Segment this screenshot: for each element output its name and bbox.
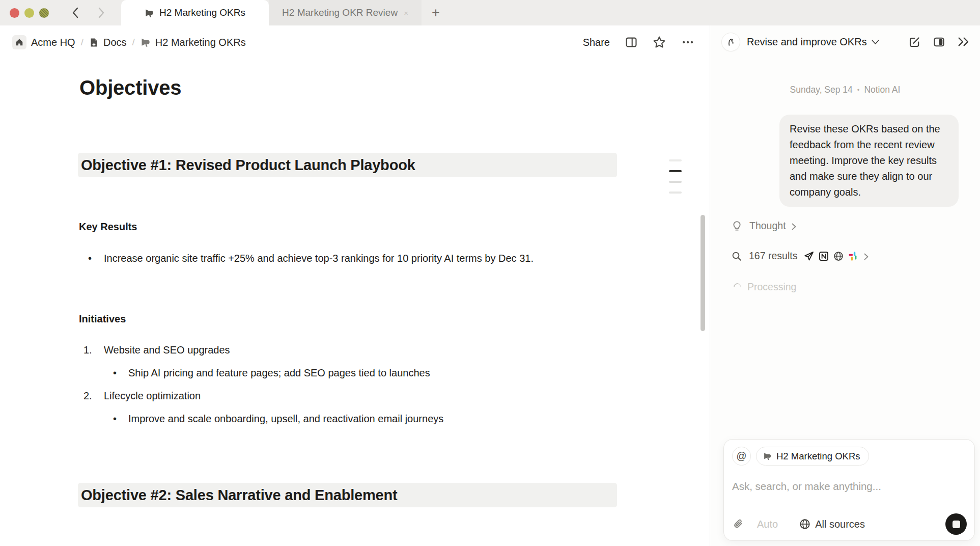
window-tab-bar: H2 Marketing OKRs H2 Marketing OKR Revie… bbox=[0, 0, 980, 25]
lightbulb-icon bbox=[732, 221, 742, 231]
megaphone-icon bbox=[141, 37, 151, 47]
sub-bullet-text: Improve and scale onboarding, upsell, an… bbox=[128, 410, 443, 428]
results-count-label: 167 results bbox=[749, 250, 797, 262]
globe-icon bbox=[833, 251, 844, 261]
stop-icon bbox=[953, 521, 960, 528]
megaphone-icon bbox=[145, 8, 154, 18]
search-icon bbox=[732, 251, 742, 261]
ai-side-panel: Revise and improve OKRs Sunday, Sep 14 •… bbox=[710, 25, 980, 546]
back-button[interactable] bbox=[67, 5, 82, 20]
breadcrumb-item-docs[interactable]: Docs bbox=[89, 37, 127, 48]
chevron-down-icon[interactable] bbox=[872, 40, 879, 45]
document-body: Objectives Objective #1: Revised Product… bbox=[0, 75, 626, 507]
paper-plane-icon bbox=[804, 251, 814, 261]
key-results-heading: Key Results bbox=[79, 220, 626, 234]
initiative-sub-item-2[interactable]: • Improve and scale onboarding, upsell, … bbox=[78, 410, 626, 428]
breadcrumb-item-workspace[interactable]: Acme HQ bbox=[12, 35, 75, 49]
slack-icon bbox=[848, 251, 858, 261]
chevron-right-icon bbox=[792, 223, 796, 230]
vertical-scrollbar[interactable] bbox=[701, 215, 705, 331]
number-marker: 2. bbox=[78, 387, 104, 405]
bullet-marker: • bbox=[78, 410, 128, 428]
at-icon: @ bbox=[736, 450, 746, 462]
context-chip[interactable]: H2 Marketing OKRs bbox=[756, 447, 869, 466]
spinner-icon bbox=[732, 282, 743, 292]
home-icon bbox=[12, 35, 26, 49]
chat-composer: @ H2 Marketing OKRs Ask, search, or make… bbox=[723, 439, 975, 541]
tab-label: H2 Marketing OKR Review bbox=[282, 7, 398, 18]
breadcrumb-separator: / bbox=[80, 37, 85, 48]
share-button[interactable]: Share bbox=[583, 37, 610, 48]
sources-selector[interactable]: All sources bbox=[799, 518, 865, 530]
user-message-bubble: Revise these OKRs based on the feedback … bbox=[779, 115, 959, 207]
close-window-button[interactable] bbox=[10, 8, 19, 18]
plus-icon: + bbox=[432, 5, 440, 21]
drag-handle-icon bbox=[669, 181, 682, 183]
breadcrumb-label: Docs bbox=[103, 37, 127, 48]
drag-handle-icon bbox=[669, 170, 682, 172]
thread-title[interactable]: Revise and improve OKRs bbox=[747, 36, 867, 48]
forward-button[interactable] bbox=[94, 5, 109, 20]
initiative-item-2[interactable]: 2. Lifecycle optimization bbox=[78, 387, 626, 405]
date-label: Sunday, Sep 14 bbox=[790, 85, 853, 95]
tab-label: H2 Marketing OKRs bbox=[159, 7, 245, 18]
conversation-date: Sunday, Sep 14 • Notion AI bbox=[718, 85, 972, 95]
context-chip-label: H2 Marketing OKRs bbox=[776, 451, 860, 462]
document-pane: Acme HQ / Docs / H2 Marketing OKRs Share bbox=[0, 25, 710, 546]
compose-icon[interactable] bbox=[909, 36, 920, 48]
close-tab-icon[interactable]: × bbox=[404, 9, 408, 17]
drag-handle-icon bbox=[669, 159, 682, 161]
key-result-bullet-item[interactable]: • Increase organic site traffic +25% and… bbox=[78, 249, 626, 268]
breadcrumb-label: H2 Marketing OKRs bbox=[155, 37, 246, 48]
star-icon[interactable] bbox=[653, 36, 666, 49]
thought-row[interactable]: Thought bbox=[732, 220, 972, 232]
chat-input[interactable]: Ask, search, or make anything... bbox=[732, 480, 966, 493]
processing-row: Processing bbox=[734, 281, 972, 293]
paperclip-icon[interactable] bbox=[733, 518, 744, 530]
block-handle-dashes[interactable] bbox=[669, 159, 682, 202]
zoom-window-button[interactable] bbox=[39, 8, 49, 18]
objective-2-heading[interactable]: Objective #2: Sales Narrative and Enable… bbox=[78, 483, 617, 507]
breadcrumb-item-page[interactable]: H2 Marketing OKRs bbox=[141, 37, 246, 48]
traffic-lights bbox=[0, 0, 56, 25]
source-icons bbox=[804, 251, 858, 261]
globe-icon bbox=[799, 518, 810, 530]
panel-toggle-icon[interactable] bbox=[933, 36, 945, 48]
megaphone-icon bbox=[763, 452, 772, 460]
search-results-row[interactable]: 167 results bbox=[732, 250, 972, 262]
processing-label: Processing bbox=[747, 281, 796, 293]
bullet-marker: • bbox=[78, 364, 128, 383]
breadcrumb-separator: / bbox=[131, 37, 136, 48]
bullet-marker: • bbox=[78, 249, 104, 268]
tab-h2-marketing-okrs[interactable]: H2 Marketing OKRs bbox=[121, 0, 269, 25]
initiative-text: Lifecycle optimization bbox=[104, 387, 201, 405]
sub-bullet-text: Ship AI pricing and feature pages; add S… bbox=[128, 364, 430, 383]
initiative-item-1[interactable]: 1. Website and SEO upgrades bbox=[78, 341, 626, 360]
mode-selector[interactable]: Auto bbox=[757, 518, 778, 530]
doc-icon bbox=[89, 38, 99, 47]
ellipsis-icon[interactable] bbox=[681, 36, 694, 49]
author-label: Notion AI bbox=[864, 85, 900, 95]
tab-h2-marketing-okr-review[interactable]: H2 Marketing OKR Review × bbox=[269, 0, 422, 25]
mention-button[interactable]: @ bbox=[732, 447, 751, 466]
new-tab-button[interactable]: + bbox=[422, 0, 450, 25]
initiatives-heading: Initiatives bbox=[79, 312, 626, 326]
chevron-right-icon bbox=[864, 253, 869, 260]
chevron-right-icon bbox=[98, 7, 105, 18]
objective-1-heading[interactable]: Objective #1: Revised Product Launch Pla… bbox=[78, 153, 617, 177]
stop-generation-button[interactable] bbox=[945, 513, 967, 535]
drag-handle-icon bbox=[669, 192, 682, 194]
bullet-text: Increase organic site traffic +25% and a… bbox=[104, 249, 534, 268]
dot-separator: • bbox=[857, 86, 860, 94]
split-view-icon[interactable] bbox=[625, 36, 637, 48]
notion-logo-icon bbox=[819, 251, 829, 261]
page-title: Objectives bbox=[79, 75, 626, 100]
breadcrumb: Acme HQ / Docs / H2 Marketing OKRs bbox=[12, 35, 246, 49]
double-chevron-right-icon[interactable] bbox=[958, 37, 970, 47]
minimize-window-button[interactable] bbox=[24, 8, 34, 18]
chevron-left-icon bbox=[72, 7, 78, 18]
breadcrumb-label: Acme HQ bbox=[31, 37, 75, 48]
initiative-sub-item-1[interactable]: • Ship AI pricing and feature pages; add… bbox=[78, 364, 626, 383]
ai-face-icon bbox=[721, 33, 740, 51]
initiative-text: Website and SEO upgrades bbox=[104, 341, 230, 360]
